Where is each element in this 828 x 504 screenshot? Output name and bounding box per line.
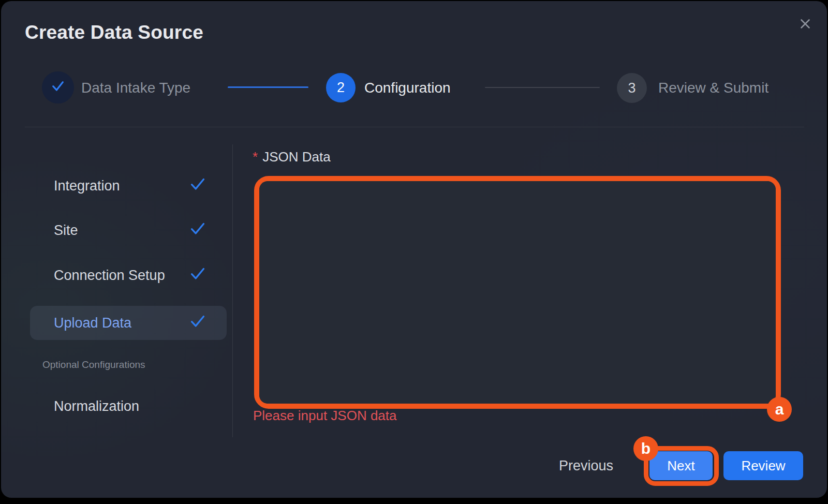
annotation-badge-b: b xyxy=(633,436,658,461)
step-3-label[interactable]: Review & Submit xyxy=(658,79,768,97)
step-2-number: 2 xyxy=(337,80,345,96)
sidebar-item-label: Integration xyxy=(54,178,120,194)
step-3-indicator[interactable]: 3 xyxy=(617,73,647,103)
json-data-field-label: * JSON Data xyxy=(253,149,331,165)
sidebar-item-label: Normalization xyxy=(54,398,139,414)
check-icon xyxy=(189,314,206,332)
step-1-indicator[interactable] xyxy=(42,71,74,103)
check-icon xyxy=(189,266,206,285)
check-icon xyxy=(189,221,206,240)
json-data-textarea[interactable] xyxy=(259,181,776,404)
sidebar-divider xyxy=(232,144,233,437)
annotation-box-a xyxy=(254,176,781,409)
page-title: Create Data Source xyxy=(25,22,203,43)
sidebar-item-label: Connection Setup xyxy=(54,268,165,284)
step-connector-completed xyxy=(228,86,308,88)
json-data-error-message: Please input JSON data xyxy=(253,408,397,424)
step-2-label[interactable]: Configuration xyxy=(364,79,451,97)
sidebar-item-connection-setup[interactable]: Connection Setup xyxy=(30,258,227,292)
close-button[interactable] xyxy=(795,14,816,35)
sidebar-section-optional-configurations: Optional Configurations xyxy=(42,359,145,370)
field-label-text: JSON Data xyxy=(262,149,331,165)
sidebar-item-normalization[interactable]: Normalization xyxy=(30,389,227,423)
review-button[interactable]: Review xyxy=(723,451,803,480)
step-1-label[interactable]: Data Intake Type xyxy=(81,79,190,97)
annotation-badge-a: a xyxy=(767,397,792,422)
sidebar-item-label: Site xyxy=(54,223,78,239)
sidebar-item-site[interactable]: Site xyxy=(30,213,227,247)
annotation-badge-b-label: b xyxy=(641,440,650,457)
required-asterisk: * xyxy=(253,149,258,165)
create-data-source-modal: Create Data Source Data Intake Type 2 Co… xyxy=(1,1,827,498)
sidebar-item-label: Upload Data xyxy=(54,315,131,331)
step-3-number: 3 xyxy=(628,80,635,96)
close-icon xyxy=(797,16,813,33)
step-connector-pending xyxy=(485,87,600,88)
annotation-badge-a-label: a xyxy=(775,401,784,418)
sidebar-item-upload-data[interactable]: Upload Data xyxy=(30,306,227,340)
previous-button[interactable]: Previous xyxy=(559,452,613,479)
sidebar-item-integration[interactable]: Integration xyxy=(30,169,227,203)
next-button[interactable]: Next xyxy=(649,451,713,480)
check-icon xyxy=(50,78,66,98)
check-icon xyxy=(189,177,206,195)
header-divider xyxy=(25,127,804,127)
step-2-indicator[interactable]: 2 xyxy=(326,73,356,102)
